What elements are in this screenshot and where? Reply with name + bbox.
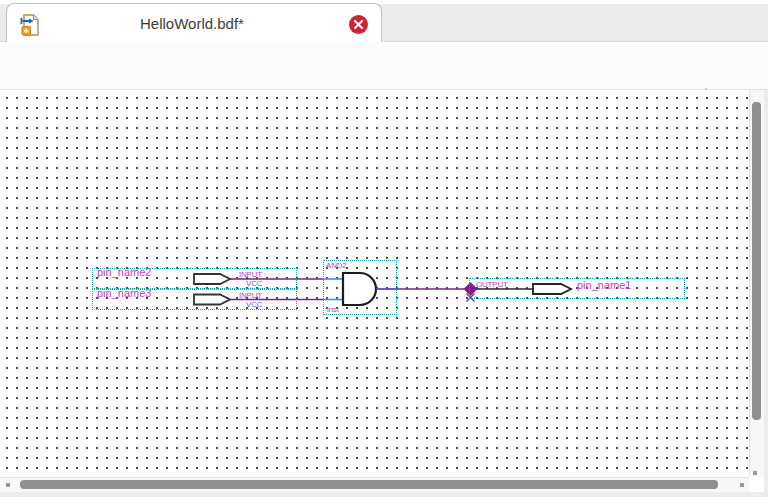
close-icon[interactable] bbox=[349, 15, 368, 34]
input-pin3-name-label[interactable]: pin_name3 bbox=[97, 287, 151, 299]
tab-helloworld-bdf[interactable]: HelloWorld.bdf* bbox=[6, 3, 382, 43]
bdf-document-icon bbox=[20, 13, 40, 37]
bottom-edge-strip bbox=[0, 492, 768, 497]
input-pin3-level-label: VCC bbox=[246, 300, 262, 309]
hscroll-left-arrow[interactable] bbox=[6, 483, 10, 487]
schematic-canvas[interactable]: pin_name2 pin_name3 INPUT VCC INPUT VCC … bbox=[0, 90, 749, 477]
editor-toolbar: A in bbox=[0, 42, 768, 90]
input-pin2-level-label: VCC bbox=[246, 279, 262, 288]
input-pin2-io-label: INPUT bbox=[239, 270, 262, 279]
horizontal-scrollbar-thumb[interactable] bbox=[20, 480, 718, 489]
tab-title: HelloWorld.bdf* bbox=[7, 15, 381, 32]
hscroll-right-arrow[interactable] bbox=[740, 483, 744, 487]
vertical-scrollbar-thumb[interactable] bbox=[752, 102, 761, 420]
block-diagram-editor-window: HelloWorld.bdf* bbox=[0, 0, 768, 497]
vscroll-down-arrow[interactable] bbox=[753, 471, 757, 475]
right-edge-strip bbox=[764, 90, 768, 497]
output-pin-name-label[interactable]: pin_name1 bbox=[577, 279, 631, 291]
tab-bar: HelloWorld.bdf* bbox=[0, 0, 768, 42]
input-pin2-name-label[interactable]: pin_name2 bbox=[97, 266, 151, 278]
and2-type-label: AND2 bbox=[326, 261, 347, 270]
input-pin3-io-label: INPUT bbox=[239, 291, 262, 300]
output-pin-io-label: OUTPUT bbox=[476, 280, 508, 289]
and2-instance-label[interactable]: inst bbox=[327, 305, 339, 314]
